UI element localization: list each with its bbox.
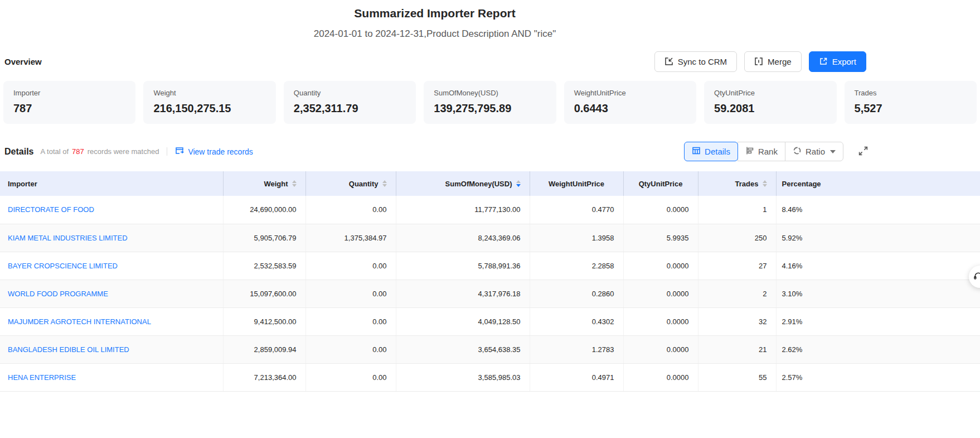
sort-icon[interactable] (382, 180, 387, 187)
cell-weight: 5,905,706.79 (223, 224, 305, 252)
col-header-inner: Trades (707, 180, 767, 188)
merge-button[interactable]: Merge (744, 51, 802, 72)
col-header-sumofmoney[interactable]: SumOfMoney(USD) (396, 171, 530, 196)
page-subtitle: 2024-01-01 to 2024-12-31,Product Descrip… (0, 28, 870, 40)
tab-rank[interactable]: Rank (738, 142, 785, 161)
cell-quantity: 0.00 (305, 335, 396, 363)
cell-weight: 2,859,009.94 (223, 335, 305, 363)
table-body: DIRECTORATE OF FOOD24,690,000.000.0011,7… (0, 196, 980, 391)
importer-link[interactable]: MAJUMDER AGROTECH INTERNATIONAL (8, 317, 151, 326)
sync-to-crm-button[interactable]: Sync to CRM (654, 51, 737, 72)
col-header-percentage: Percentage (776, 171, 980, 196)
importer-link[interactable]: WORLD FOOD PROGRAMME (8, 290, 108, 298)
page-title: Summarized Importer Report (0, 7, 870, 20)
cell-sumofmoney: 8,243,369.06 (396, 224, 530, 252)
stat-card-label: SumOfMoney(USD) (434, 89, 546, 97)
stat-card-weight: Weight216,150,275.15 (143, 81, 275, 124)
stat-card-value: 787 (13, 102, 125, 115)
cell-weight: 15,097,600.00 (223, 280, 305, 307)
importer-table: ImporterWeightQuantitySumOfMoney(USD)Wei… (0, 171, 980, 392)
cell-percentage: 8.46% (776, 196, 980, 224)
sort-caret-down (516, 184, 521, 187)
col-header-label: SumOfMoney(USD) (445, 180, 512, 188)
view-switcher: Details Rank Ratio (684, 142, 870, 161)
col-header-quantity[interactable]: Quantity (305, 171, 396, 196)
tab-ratio[interactable]: Ratio (785, 142, 843, 161)
cell-trades: 1 (698, 196, 776, 224)
importer-link[interactable]: DIRECTORATE OF FOOD (8, 205, 94, 214)
cell-percentage: 4.16% (776, 252, 980, 280)
cell-weightunitprice: 1.2783 (530, 335, 623, 363)
export-button[interactable]: Export (809, 51, 866, 72)
cell-qtyunitprice: 0.0000 (623, 280, 698, 307)
cell-qtyunitprice: 0.0000 (623, 196, 698, 224)
stat-card-value: 139,275,795.89 (434, 102, 546, 115)
col-header-inner: SumOfMoney(USD) (405, 180, 521, 188)
cell-weightunitprice: 2.2858 (530, 252, 623, 280)
cell-percentage: 2.57% (776, 363, 980, 391)
col-header-inner: Quantity (315, 180, 387, 188)
table-row: BAYER CROPSCIENCE LIMITED2,532,583.590.0… (0, 252, 980, 280)
match-summary-suffix: records were matched (88, 147, 159, 156)
sort-icon[interactable] (763, 180, 767, 187)
col-header-inner: Importer (8, 180, 214, 188)
sort-caret-up (763, 180, 767, 183)
cell-qtyunitprice: 0.0000 (623, 307, 698, 335)
sort-icon[interactable] (292, 180, 297, 187)
details-toolbar: Details A total of 787 records were matc… (0, 142, 980, 161)
cell-importer: MAJUMDER AGROTECH INTERNATIONAL (0, 307, 223, 335)
cell-sumofmoney: 4,049,128.50 (396, 307, 530, 335)
stat-card-trades: Trades5,527 (845, 81, 977, 124)
table-header-row: ImporterWeightQuantitySumOfMoney(USD)Wei… (0, 171, 980, 196)
col-header-label: WeightUnitPrice (549, 180, 604, 188)
tab-details-label: Details (705, 147, 730, 156)
fullscreen-button[interactable] (857, 145, 870, 159)
stat-card-value: 216,150,275.15 (153, 102, 265, 115)
table-row: HENA ENTERPRISE7,213,364.000.003,585,985… (0, 363, 980, 391)
view-trade-records-label: View trade records (188, 147, 253, 156)
sync-import-icon (664, 57, 673, 66)
tab-details[interactable]: Details (684, 142, 738, 161)
sort-icon[interactable] (516, 180, 521, 187)
cell-quantity: 0.00 (305, 252, 396, 280)
importer-link[interactable]: HENA ENTERPRISE (8, 373, 76, 382)
bar-chart-icon (745, 146, 754, 157)
cell-importer: DIRECTORATE OF FOOD (0, 196, 223, 224)
cell-weightunitprice: 1.3958 (530, 224, 623, 252)
cell-quantity: 0.00 (305, 280, 396, 307)
importer-link[interactable]: BAYER CROPSCIENCE LIMITED (8, 262, 118, 270)
col-header-label: Trades (735, 180, 759, 188)
cell-qtyunitprice: 5.9935 (623, 224, 698, 252)
col-header-weight[interactable]: Weight (223, 171, 305, 196)
sort-caret-up (382, 180, 387, 183)
export-label: Export (832, 57, 856, 66)
cell-weightunitprice: 0.4971 (530, 363, 623, 391)
col-header-weightunitprice: WeightUnitPrice (530, 171, 623, 196)
stat-card-label: QtyUnitPrice (714, 89, 826, 97)
stat-card-label: Importer (13, 89, 125, 97)
importer-link[interactable]: BANGLADESH EDIBLE OIL LIMITED (8, 345, 129, 354)
stat-card-value: 0.6443 (574, 102, 686, 115)
sort-caret-down (292, 184, 297, 187)
cell-weight: 9,412,500.00 (223, 307, 305, 335)
col-header-qtyunitprice: QtyUnitPrice (623, 171, 698, 196)
col-header-inner: Weight (232, 180, 297, 188)
cell-quantity: 0.00 (305, 307, 396, 335)
cell-weight: 2,532,583.59 (223, 252, 305, 280)
cell-qtyunitprice: 0.0000 (623, 252, 698, 280)
cell-trades: 2 (698, 280, 776, 307)
stat-card-value: 59.2081 (714, 102, 826, 115)
sync-to-crm-label: Sync to CRM (678, 57, 727, 66)
col-header-label: QtyUnitPrice (639, 180, 683, 188)
view-trade-records-link[interactable]: View trade records (175, 146, 253, 157)
cell-sumofmoney: 3,654,638.35 (396, 335, 530, 363)
cell-percentage: 2.91% (776, 307, 980, 335)
importer-link[interactable]: KIAM METAL INDUSTRIES LIMITED (8, 234, 128, 242)
col-header-trades[interactable]: Trades (698, 171, 776, 196)
chevron-down-icon (830, 150, 836, 153)
table-row: MAJUMDER AGROTECH INTERNATIONAL9,412,500… (0, 307, 980, 335)
cell-weightunitprice: 0.4302 (530, 307, 623, 335)
details-left: Details A total of 787 records were matc… (4, 146, 684, 157)
col-header-label: Weight (264, 180, 288, 188)
cell-trades: 55 (698, 363, 776, 391)
